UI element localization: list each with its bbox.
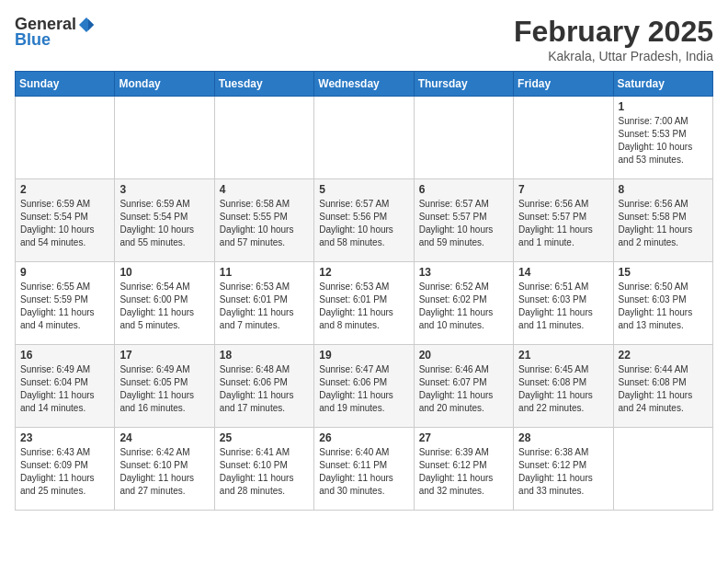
day-number: 9: [20, 266, 109, 279]
calendar-cell: 17Sunrise: 6:49 AMSunset: 6:05 PMDayligh…: [115, 345, 214, 428]
calendar-week-row: 9Sunrise: 6:55 AMSunset: 5:59 PMDaylight…: [16, 262, 713, 345]
calendar-cell: 28Sunrise: 6:38 AMSunset: 6:12 PMDayligh…: [514, 428, 613, 511]
calendar-cell: 24Sunrise: 6:42 AMSunset: 6:10 PMDayligh…: [115, 428, 214, 511]
calendar-cell: 27Sunrise: 6:39 AMSunset: 6:12 PMDayligh…: [414, 428, 513, 511]
day-number: 5: [319, 183, 408, 196]
day-info: Sunrise: 6:53 AMSunset: 6:01 PMDaylight:…: [319, 281, 408, 332]
day-info: Sunrise: 6:59 AMSunset: 5:54 PMDaylight:…: [20, 198, 109, 249]
day-number: 6: [419, 183, 508, 196]
day-info: Sunrise: 6:43 AMSunset: 6:09 PMDaylight:…: [20, 446, 109, 498]
calendar-cell: [16, 97, 115, 179]
weekday-header-saturday: Saturday: [613, 72, 712, 97]
day-number: 14: [518, 266, 608, 279]
calendar-cell: [314, 97, 414, 179]
day-info: Sunrise: 6:50 AMSunset: 6:03 PMDaylight:…: [619, 281, 708, 332]
calendar-cell: 4Sunrise: 6:58 AMSunset: 5:55 PMDaylight…: [214, 179, 313, 262]
calendar-cell: 11Sunrise: 6:53 AMSunset: 6:01 PMDayligh…: [214, 262, 313, 345]
day-info: Sunrise: 6:57 AMSunset: 5:56 PMDaylight:…: [319, 198, 408, 249]
day-info: Sunrise: 6:45 AMSunset: 6:08 PMDaylight:…: [518, 363, 608, 415]
day-number: 19: [319, 349, 408, 362]
calendar-cell: 6Sunrise: 6:57 AMSunset: 5:57 PMDaylight…: [414, 179, 513, 262]
day-info: Sunrise: 6:49 AMSunset: 6:05 PMDaylight:…: [119, 363, 209, 415]
calendar-cell: 13Sunrise: 6:52 AMSunset: 6:02 PMDayligh…: [414, 262, 513, 345]
day-number: 18: [220, 349, 309, 362]
calendar-cell: 26Sunrise: 6:40 AMSunset: 6:11 PMDayligh…: [314, 428, 414, 511]
calendar-cell: [115, 97, 214, 179]
calendar-cell: 21Sunrise: 6:45 AMSunset: 6:08 PMDayligh…: [514, 345, 613, 428]
day-number: 7: [518, 183, 608, 196]
logo: General Blue: [15, 15, 96, 50]
day-info: Sunrise: 6:57 AMSunset: 5:57 PMDaylight:…: [419, 198, 508, 249]
calendar-cell: 7Sunrise: 6:56 AMSunset: 5:57 PMDaylight…: [514, 179, 613, 262]
weekday-header-thursday: Thursday: [414, 72, 513, 97]
calendar-cell: 25Sunrise: 6:41 AMSunset: 6:10 PMDayligh…: [214, 428, 313, 511]
logo-icon: [77, 16, 96, 34]
day-info: Sunrise: 6:41 AMSunset: 6:10 PMDaylight:…: [220, 446, 309, 498]
page-header: General Blue February 2025 Kakrala, Utta…: [15, 15, 713, 63]
calendar-week-row: 1Sunrise: 7:00 AMSunset: 5:53 PMDaylight…: [16, 97, 713, 179]
day-info: Sunrise: 6:54 AMSunset: 6:00 PMDaylight:…: [119, 281, 209, 332]
weekday-header-wednesday: Wednesday: [314, 72, 414, 97]
day-number: 3: [119, 183, 209, 196]
calendar-table: SundayMondayTuesdayWednesdayThursdayFrid…: [15, 71, 713, 511]
day-info: Sunrise: 6:51 AMSunset: 6:03 PMDaylight:…: [518, 281, 608, 332]
day-number: 24: [119, 431, 209, 444]
calendar-cell: [613, 428, 712, 511]
calendar-cell: 14Sunrise: 6:51 AMSunset: 6:03 PMDayligh…: [514, 262, 613, 345]
day-info: Sunrise: 6:48 AMSunset: 6:06 PMDaylight:…: [220, 363, 309, 415]
calendar-cell: 3Sunrise: 6:59 AMSunset: 5:54 PMDaylight…: [115, 179, 214, 262]
day-info: Sunrise: 6:38 AMSunset: 6:12 PMDaylight:…: [518, 446, 608, 498]
day-info: Sunrise: 7:00 AMSunset: 5:53 PMDaylight:…: [619, 115, 708, 167]
logo-blue-text: Blue: [15, 30, 51, 50]
day-info: Sunrise: 6:56 AMSunset: 5:58 PMDaylight:…: [619, 198, 708, 249]
day-number: 4: [220, 183, 309, 196]
day-info: Sunrise: 6:44 AMSunset: 6:08 PMDaylight:…: [619, 363, 708, 415]
day-number: 10: [119, 266, 209, 279]
day-info: Sunrise: 6:53 AMSunset: 6:01 PMDaylight:…: [220, 281, 309, 332]
calendar-subtitle: Kakrala, Uttar Pradesh, India: [514, 49, 713, 63]
day-number: 26: [319, 431, 408, 444]
day-number: 27: [419, 431, 508, 444]
calendar-cell: 9Sunrise: 6:55 AMSunset: 5:59 PMDaylight…: [16, 262, 115, 345]
calendar-cell: 10Sunrise: 6:54 AMSunset: 6:00 PMDayligh…: [115, 262, 214, 345]
title-block: February 2025 Kakrala, Uttar Pradesh, In…: [514, 15, 713, 63]
day-number: 12: [319, 266, 408, 279]
day-number: 16: [20, 349, 109, 362]
day-number: 8: [619, 183, 708, 196]
calendar-cell: 20Sunrise: 6:46 AMSunset: 6:07 PMDayligh…: [414, 345, 513, 428]
day-number: 22: [619, 349, 708, 362]
day-info: Sunrise: 6:39 AMSunset: 6:12 PMDaylight:…: [419, 446, 508, 498]
day-number: 13: [419, 266, 508, 279]
calendar-cell: [514, 97, 613, 179]
day-info: Sunrise: 6:58 AMSunset: 5:55 PMDaylight:…: [220, 198, 309, 249]
day-number: 25: [220, 431, 309, 444]
day-info: Sunrise: 6:59 AMSunset: 5:54 PMDaylight:…: [119, 198, 209, 249]
day-number: 28: [518, 431, 608, 444]
day-info: Sunrise: 6:49 AMSunset: 6:04 PMDaylight:…: [20, 363, 109, 415]
calendar-cell: 15Sunrise: 6:50 AMSunset: 6:03 PMDayligh…: [613, 262, 712, 345]
weekday-header-tuesday: Tuesday: [214, 72, 313, 97]
calendar-cell: [214, 97, 313, 179]
day-number: 21: [518, 349, 608, 362]
day-info: Sunrise: 6:47 AMSunset: 6:06 PMDaylight:…: [319, 363, 408, 415]
weekday-header-friday: Friday: [514, 72, 613, 97]
calendar-cell: 12Sunrise: 6:53 AMSunset: 6:01 PMDayligh…: [314, 262, 414, 345]
calendar-cell: 16Sunrise: 6:49 AMSunset: 6:04 PMDayligh…: [16, 345, 115, 428]
day-info: Sunrise: 6:52 AMSunset: 6:02 PMDaylight:…: [419, 281, 508, 332]
calendar-cell: 8Sunrise: 6:56 AMSunset: 5:58 PMDaylight…: [613, 179, 712, 262]
calendar-cell: 18Sunrise: 6:48 AMSunset: 6:06 PMDayligh…: [214, 345, 313, 428]
day-number: 15: [619, 266, 708, 279]
day-number: 23: [20, 431, 109, 444]
calendar-week-row: 16Sunrise: 6:49 AMSunset: 6:04 PMDayligh…: [16, 345, 713, 428]
calendar-week-row: 23Sunrise: 6:43 AMSunset: 6:09 PMDayligh…: [16, 428, 713, 511]
calendar-cell: 22Sunrise: 6:44 AMSunset: 6:08 PMDayligh…: [613, 345, 712, 428]
day-number: 17: [119, 349, 209, 362]
svg-marker-1: [88, 19, 94, 30]
calendar-cell: 23Sunrise: 6:43 AMSunset: 6:09 PMDayligh…: [16, 428, 115, 511]
weekday-header-row: SundayMondayTuesdayWednesdayThursdayFrid…: [16, 72, 713, 97]
weekday-header-monday: Monday: [115, 72, 214, 97]
calendar-title: February 2025: [514, 15, 713, 49]
day-number: 1: [619, 100, 708, 113]
day-info: Sunrise: 6:46 AMSunset: 6:07 PMDaylight:…: [419, 363, 508, 415]
calendar-cell: [414, 97, 513, 179]
